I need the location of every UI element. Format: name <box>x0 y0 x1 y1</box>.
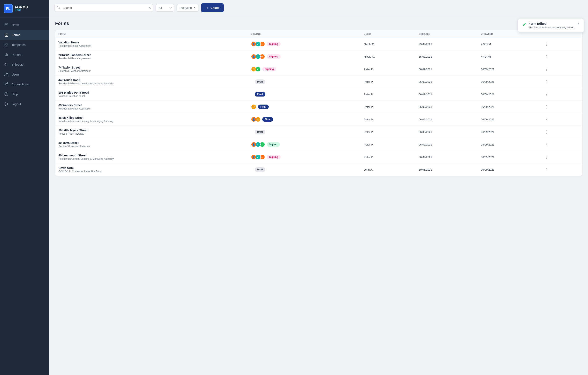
row-menu-button[interactable]: ⋮ <box>543 129 550 135</box>
table-header: FORM STATUS USER CREATED UPDATED <box>55 30 582 38</box>
form-badges: 👤✓✏ <box>251 54 265 59</box>
form-user: Nicole G. <box>360 38 415 50</box>
form-user: John A. <box>360 163 415 176</box>
form-info-cell: 80 Yarra Street Section 32 Vendor Statem… <box>55 138 248 151</box>
sidebar-logo: FL FORMS LIVE <box>0 0 49 18</box>
status-badge: Signing <box>267 42 281 46</box>
status-badge: Draft <box>255 79 265 84</box>
help-icon <box>4 92 9 96</box>
row-menu-button[interactable]: ⋮ <box>543 117 550 122</box>
form-updated: 06/09/2021 <box>478 101 540 113</box>
form-created: 06/09/2021 <box>415 151 478 163</box>
form-updated: 06/09/2021 <box>478 113 540 126</box>
col-created: CREATED <box>415 30 478 38</box>
form-created: 06/09/2021 <box>415 113 478 126</box>
search-box: ✕ <box>54 4 153 12</box>
row-menu-button[interactable]: ⋮ <box>543 91 550 97</box>
form-badges: 👤✓✏ <box>251 154 265 160</box>
form-actions: ⋮ <box>540 138 582 151</box>
form-info-cell: 50 Little Myers Street Notice of Rent In… <box>55 126 248 138</box>
svg-rect-6 <box>5 43 6 44</box>
svg-line-17 <box>6 84 7 85</box>
sidebar-item-logout[interactable]: Logout <box>0 99 49 109</box>
form-badges-status: 👤✓✏ Signing <box>248 151 361 163</box>
row-menu-button[interactable]: ⋮ <box>543 142 550 147</box>
form-updated: 06/09/2021 <box>478 151 540 163</box>
row-menu-button[interactable]: ⋮ <box>543 79 550 85</box>
sidebar-item-logout-label: Logout <box>11 102 21 106</box>
form-user: Peter P. <box>360 63 415 75</box>
row-menu-button[interactable]: ⋮ <box>543 167 550 172</box>
sidebar-item-news[interactable]: News <box>0 20 49 30</box>
table-body: Vacation Home Residential Rental Agreeme… <box>55 38 582 176</box>
toast-close-button[interactable]: × <box>577 22 579 25</box>
form-name: 106 Marley Point Road <box>58 91 244 94</box>
sidebar-item-help-label: Help <box>11 92 18 96</box>
form-created: 06/09/2021 <box>415 88 478 101</box>
form-badges <box>251 80 253 84</box>
templates-icon <box>4 43 9 47</box>
create-button[interactable]: ＋ Create <box>201 3 224 12</box>
row-menu-button[interactable]: ⋮ <box>543 41 550 47</box>
form-sub: COVID-19 - Contractor Letter Pre Entry <box>58 170 244 173</box>
svg-rect-8 <box>7 45 8 46</box>
filter-all-select[interactable]: All <box>156 4 174 11</box>
form-badges: ✉ <box>251 104 256 109</box>
table-row: Covid form COVID-19 - Contractor Letter … <box>55 163 582 176</box>
status-badge: Draft <box>255 167 265 172</box>
form-updated: 06/09/2021 <box>478 163 540 176</box>
row-menu-button[interactable]: ⋮ <box>543 154 550 160</box>
sidebar-item-users[interactable]: Users <box>0 69 49 79</box>
table-row: 44 Frouds Road Residential General Leasi… <box>55 75 582 88</box>
form-sub: Section 32 Vendor Statement <box>58 70 244 73</box>
toast-message: The form has been successfully edited. <box>529 26 575 29</box>
toast-notification: ✔ Form Edited The form has been successf… <box>518 18 584 32</box>
form-user: Peter P. <box>360 138 415 151</box>
main-content: ✕ All Everyone ＋ Create Forms FORM STATU… <box>49 0 588 375</box>
form-badges-status: 👤✓✏ Signing <box>248 50 361 63</box>
create-label: Create <box>210 6 220 10</box>
form-actions: ⋮ <box>540 63 582 75</box>
form-sub: Residential Rental Agreement <box>58 57 244 60</box>
form-created: 06/09/2021 <box>415 126 478 138</box>
form-name: Covid form <box>58 166 244 170</box>
filter-everyone-select[interactable]: Everyone <box>177 4 199 11</box>
col-status: STATUS <box>248 30 361 38</box>
form-actions: ⋮ <box>540 163 582 176</box>
form-created: 06/09/2021 <box>415 101 478 113</box>
form-updated: 06/09/2021 <box>478 88 540 101</box>
forms-table-wrapper: FORM STATUS USER CREATED UPDATED Vacatio… <box>55 30 582 176</box>
form-created: 23/09/2021 <box>415 38 478 50</box>
search-clear-icon[interactable]: ✕ <box>148 6 151 10</box>
form-name: 44 Frouds Road <box>58 78 244 82</box>
form-created: 06/09/2021 <box>415 75 478 88</box>
sidebar: FL FORMS LIVE News Forms Templates <box>0 0 49 375</box>
sidebar-item-templates-label: Templates <box>11 43 25 46</box>
svg-line-23 <box>59 8 60 9</box>
row-menu-button[interactable]: ⋮ <box>543 104 550 110</box>
svg-line-18 <box>6 83 7 84</box>
sidebar-item-forms[interactable]: Forms <box>0 30 49 40</box>
form-info-cell: Covid form COVID-19 - Contractor Letter … <box>55 163 248 176</box>
sidebar-item-help[interactable]: Help <box>0 89 49 99</box>
table-row: 106 Marley Point Road Notice of intentio… <box>55 88 582 101</box>
row-menu-button[interactable]: ⋮ <box>543 54 550 59</box>
status-badge: Signing <box>267 54 281 59</box>
form-sub: Section 32 Vendor Statement <box>58 145 244 148</box>
snippets-icon <box>4 62 9 67</box>
form-updated: 08/09/2021 <box>478 138 540 151</box>
form-user: Nicole G. <box>360 50 415 63</box>
sidebar-item-connections[interactable]: Connections <box>0 79 49 89</box>
form-created: 10/05/2021 <box>415 163 478 176</box>
table-row: 80 Yarra Street Section 32 Vendor Statem… <box>55 138 582 151</box>
sidebar-item-templates[interactable]: Templates <box>0 40 49 50</box>
sidebar-item-snippets[interactable]: Snippets <box>0 59 49 69</box>
reports-icon <box>4 52 9 57</box>
form-actions: ⋮ <box>540 88 582 101</box>
search-input[interactable] <box>54 4 153 12</box>
sidebar-item-reports[interactable]: Reports <box>0 50 49 59</box>
form-name: Vacation Home <box>58 41 244 44</box>
row-menu-button[interactable]: ⋮ <box>543 66 550 72</box>
form-info-cell: 106 Marley Point Road Notice of intentio… <box>55 88 248 101</box>
form-badges-status: Draft <box>248 75 361 88</box>
